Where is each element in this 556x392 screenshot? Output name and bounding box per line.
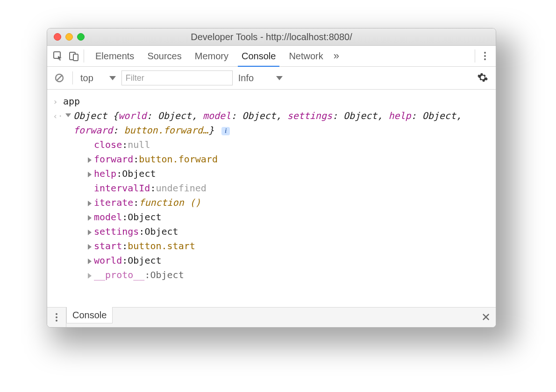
console-settings-icon[interactable]: [477, 72, 489, 84]
divider: [475, 49, 475, 63]
expand-icon[interactable]: [88, 259, 92, 264]
expand-icon[interactable]: [88, 157, 92, 163]
expand-icon[interactable]: [88, 273, 92, 279]
filter-input[interactable]: [121, 70, 233, 85]
tab-sources[interactable]: Sources: [141, 46, 188, 66]
prop-val: button.forward: [139, 152, 218, 167]
property-settings[interactable]: settings: Object: [86, 224, 490, 239]
log-level-label: Info: [238, 73, 254, 84]
prop-val: Object: [144, 224, 178, 239]
property-help[interactable]: help: Object: [86, 167, 490, 181]
property-forward[interactable]: forward: button.forward: [86, 152, 490, 167]
prop-val: Object: [128, 253, 161, 268]
svg-point-9: [56, 316, 57, 318]
divider: [84, 49, 84, 63]
svg-line-7: [57, 75, 62, 81]
prop-val: Object: [128, 210, 161, 224]
object-expand-toggle[interactable]: [63, 109, 73, 117]
preview-val: button.forward…: [124, 125, 208, 136]
device-toolbar-icon[interactable]: [66, 48, 82, 64]
preview-text: }: [208, 125, 214, 136]
prop-key: iterate: [94, 196, 133, 210]
prop-key: help: [94, 167, 116, 181]
expand-icon[interactable]: [88, 244, 92, 250]
property-world[interactable]: world: Object: [86, 253, 490, 268]
result-icon: ‹·: [53, 109, 63, 123]
context-selector-label: top: [80, 73, 93, 84]
more-tabs-icon[interactable]: »: [334, 50, 339, 62]
context-selector[interactable]: top: [80, 73, 116, 84]
svg-point-5: [484, 58, 486, 60]
svg-point-3: [484, 52, 486, 54]
svg-point-10: [56, 320, 57, 322]
prop-key: intervalId: [94, 181, 150, 196]
property-start[interactable]: start: button.start: [86, 239, 490, 253]
preview-text: Object {: [73, 110, 118, 121]
prop-key: settings: [94, 224, 139, 239]
minimize-window-button[interactable]: [65, 33, 73, 41]
prop-val: function (): [139, 196, 200, 210]
tab-memory[interactable]: Memory: [188, 46, 235, 66]
prop-val: Object: [150, 268, 184, 282]
prop-key: world: [94, 253, 122, 268]
drawer-menu-icon[interactable]: [47, 308, 66, 327]
kebab-menu-icon[interactable]: [477, 48, 493, 64]
prop-val: Object: [122, 167, 156, 181]
prop-key: start: [94, 239, 122, 253]
prop-key: forward: [94, 152, 133, 167]
preview-key: settings: [287, 110, 332, 121]
prop-val: null: [128, 138, 150, 152]
preview-key: world: [118, 110, 146, 121]
clear-console-icon[interactable]: [54, 72, 65, 84]
preview-key: help: [388, 110, 411, 121]
expand-icon[interactable]: [88, 215, 92, 221]
property-intervalid[interactable]: intervalId: undefined: [86, 181, 490, 196]
prop-val: undefined: [156, 181, 206, 196]
devtools-window: Developer Tools - http://localhost:8080/…: [47, 28, 496, 328]
drawer-tab-console[interactable]: Console: [66, 307, 113, 323]
prompt-icon: ›: [53, 94, 63, 108]
preview-val: Object: [158, 110, 192, 121]
expand-icon[interactable]: [88, 230, 92, 235]
svg-point-8: [56, 313, 57, 315]
preview-key: forward: [73, 125, 113, 136]
dropdown-icon: [276, 76, 283, 80]
preview-val: Object: [343, 110, 377, 121]
property-proto[interactable]: __proto__: Object: [86, 268, 490, 282]
expand-icon[interactable]: [88, 172, 92, 177]
window-title: Developer Tools - http://localhost:8080/: [47, 32, 496, 42]
prop-key: model: [94, 210, 122, 224]
close-window-button[interactable]: [54, 33, 61, 41]
divider: [72, 71, 73, 84]
preview-val: Object: [422, 110, 456, 121]
tab-elements[interactable]: Elements: [89, 46, 141, 66]
info-icon[interactable]: i: [221, 127, 230, 135]
console-toolbar: top Info: [47, 67, 496, 90]
property-close[interactable]: close: null: [86, 138, 490, 152]
prop-key: close: [94, 138, 122, 152]
console-command: app: [63, 94, 80, 109]
prop-key: __proto__: [94, 268, 144, 282]
prop-val: button.start: [128, 239, 195, 253]
traffic-lights: [47, 33, 85, 41]
property-model[interactable]: model: Object: [86, 210, 490, 224]
tab-network[interactable]: Network: [282, 46, 329, 66]
expand-icon[interactable]: [88, 201, 92, 206]
object-preview[interactable]: Object {world: Object, model: Object, se…: [73, 109, 490, 138]
inspect-element-icon[interactable]: [50, 48, 66, 64]
svg-rect-2: [73, 54, 78, 61]
property-iterate[interactable]: iterate: function (): [86, 196, 490, 210]
preview-key: model: [203, 110, 231, 121]
dropdown-icon: [109, 76, 116, 80]
tab-console[interactable]: Console: [235, 46, 282, 66]
preview-val: Object: [242, 110, 276, 121]
drawer: Console ✕: [47, 307, 496, 327]
main-tabs-row: Elements Sources Memory Console Network …: [47, 46, 496, 67]
drawer-close-icon[interactable]: ✕: [476, 308, 496, 327]
zoom-window-button[interactable]: [77, 33, 85, 41]
svg-point-4: [484, 55, 486, 57]
log-level-selector[interactable]: Info: [238, 73, 283, 84]
window-titlebar: Developer Tools - http://localhost:8080/: [47, 28, 496, 46]
panel-tabs: Elements Sources Memory Console Network: [89, 46, 330, 66]
console-output: › app ‹· Object {world: Object, model: O…: [47, 90, 496, 307]
